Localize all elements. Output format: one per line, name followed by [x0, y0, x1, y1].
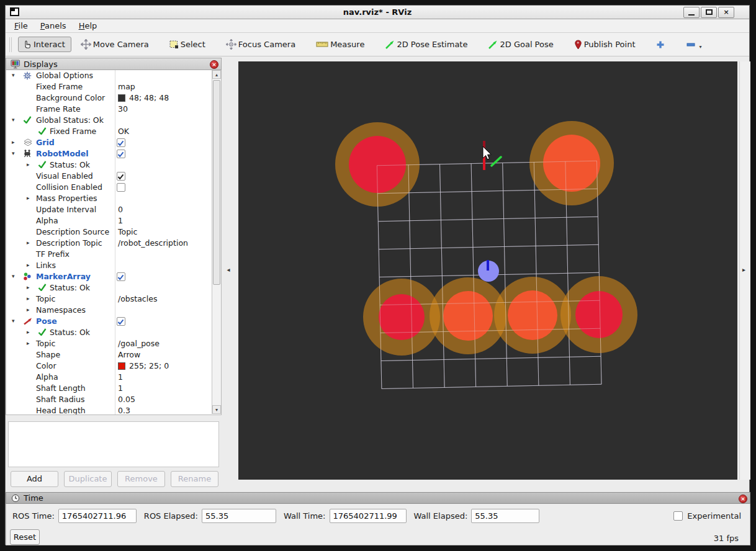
- tree-row-background-color[interactable]: Background Color48; 48; 48: [6, 92, 221, 104]
- tree-row-update-interval[interactable]: Update Interval0: [6, 204, 221, 215]
- select-button[interactable]: Select: [168, 37, 207, 52]
- expander-right-icon[interactable]: ▸: [27, 161, 30, 168]
- displays-icon: [11, 60, 20, 69]
- tree-row-links[interactable]: ▸Links: [6, 260, 221, 271]
- property-checkbox[interactable]: [117, 317, 125, 326]
- remove-button[interactable]: Remove: [117, 471, 165, 487]
- tree-row-topic[interactable]: ▸Topic/goal_pose: [6, 338, 221, 349]
- expander-right-icon[interactable]: ▸: [27, 262, 30, 268]
- expander-down-icon[interactable]: ▾: [12, 72, 15, 78]
- measure-button[interactable]: Measure: [314, 37, 366, 52]
- tree-row-fixed-frame[interactable]: Fixed Framemap: [6, 81, 221, 92]
- collapse-left-arrow-icon[interactable]: ◂: [224, 266, 233, 276]
- expander-right-icon[interactable]: ▸: [27, 307, 30, 313]
- property-checkbox[interactable]: [117, 150, 125, 158]
- tree-row-shaft-radius[interactable]: Shaft Radius0.05: [6, 394, 221, 405]
- 2d-pose-estimate-button[interactable]: 2D Pose Estimate: [383, 37, 469, 52]
- expander-right-icon[interactable]: ▸: [27, 195, 30, 201]
- expander-down-icon[interactable]: ▾: [12, 117, 15, 123]
- tree-row-markerarray[interactable]: ▾MarkerArray: [6, 271, 221, 282]
- property-checkbox[interactable]: [117, 172, 125, 181]
- time-panel-header[interactable]: Time ×: [6, 492, 750, 504]
- expander-right-icon[interactable]: ▸: [27, 329, 30, 335]
- tree-row-status-ok[interactable]: ▸Status: Ok: [6, 159, 221, 171]
- close-button[interactable]: ×: [718, 7, 734, 18]
- tree-row-frame-rate[interactable]: Frame Rate30: [6, 104, 221, 115]
- tree-row-color[interactable]: Color255; 25; 0: [6, 361, 221, 372]
- rename-button[interactable]: Rename: [171, 471, 218, 487]
- tree-row-grid[interactable]: ▸Grid: [6, 137, 221, 148]
- wall-time-input[interactable]: [330, 509, 407, 523]
- property-label: Shape: [36, 350, 60, 359]
- tree-row-global-options[interactable]: ▾Global Options: [6, 70, 221, 81]
- 2d-goal-pose-button[interactable]: 2D Goal Pose: [486, 37, 555, 52]
- focus-camera-button[interactable]: Focus Camera: [224, 37, 297, 52]
- collapse-right-arrow-icon[interactable]: ▸: [742, 266, 745, 273]
- tree-row-global-status-ok[interactable]: ▾Global Status: Ok: [6, 115, 221, 126]
- ros-elapsed-input[interactable]: [202, 509, 276, 523]
- tree-row-description-source[interactable]: Description SourceTopic: [6, 226, 221, 238]
- experimental-checkbox[interactable]: [673, 511, 683, 521]
- tree-row-visual-enabled[interactable]: Visual Enabled: [6, 171, 221, 182]
- property-checkbox[interactable]: [117, 272, 125, 281]
- tree-row-shape[interactable]: ShapeArrow: [6, 349, 221, 361]
- maximize-button[interactable]: [701, 7, 717, 18]
- expander-right-icon[interactable]: ▸: [27, 295, 30, 302]
- scroll-up-icon[interactable]: ▴: [212, 70, 221, 79]
- right-splitter[interactable]: ▸: [739, 61, 750, 480]
- menu-help[interactable]: Help: [79, 21, 97, 30]
- property-checkbox[interactable]: [117, 183, 125, 192]
- expander-right-icon[interactable]: ▸: [27, 240, 30, 246]
- property-label: Visual Enabled: [36, 171, 93, 181]
- move-icon: [81, 39, 91, 50]
- tree-row-topic[interactable]: ▸Topic/obstacles: [6, 293, 221, 305]
- menu-file[interactable]: File: [14, 21, 28, 30]
- tree-row-description-topic[interactable]: ▸Description Topic/robot_description: [6, 238, 221, 249]
- markers-icon: [23, 272, 32, 281]
- duplicate-button[interactable]: Duplicate: [64, 471, 112, 487]
- scrollbar-thumb[interactable]: [213, 80, 220, 285]
- check-icon: [38, 161, 47, 168]
- ros-time-input[interactable]: [58, 509, 137, 523]
- wall-elapsed-input[interactable]: [471, 509, 539, 523]
- tree-row-status-ok[interactable]: ▸Status: Ok: [6, 327, 221, 338]
- tree-scrollbar[interactable]: ▴ ▾: [212, 70, 221, 414]
- displays-close-icon[interactable]: ×: [210, 60, 218, 69]
- tree-row-fixed-frame[interactable]: Fixed FrameOK: [6, 126, 221, 137]
- tree-row-pose[interactable]: ▾Pose: [6, 316, 221, 327]
- plus-button[interactable]: [654, 37, 667, 52]
- 3d-view[interactable]: [238, 61, 737, 480]
- tree-row-head-length[interactable]: Head Length0.3: [6, 405, 221, 415]
- tree-row-collision-enabled[interactable]: Collision Enabled: [6, 182, 221, 193]
- expander-down-icon[interactable]: ▾: [12, 150, 15, 156]
- tree-row-robotmodel[interactable]: ▾RobotModel: [6, 148, 221, 159]
- expander-down-icon[interactable]: ▾: [12, 318, 15, 324]
- expander-right-icon[interactable]: ▸: [12, 139, 15, 145]
- reset-button[interactable]: Reset: [10, 529, 40, 545]
- menu-panels[interactable]: Panels: [40, 21, 66, 30]
- displays-panel-header[interactable]: Displays ×: [6, 58, 222, 70]
- tree-row-namespaces[interactable]: ▸Namespaces: [6, 305, 221, 316]
- publish-point-button[interactable]: Publish Point: [572, 37, 637, 52]
- title-bar[interactable]: nav.rviz* - RViz ×: [6, 6, 749, 19]
- tree-row-shaft-length[interactable]: Shaft Length1: [6, 383, 221, 394]
- tree-row-tf-prefix[interactable]: TF Prefix: [6, 249, 221, 260]
- interact-button[interactable]: Interact: [18, 37, 71, 52]
- time-close-icon[interactable]: ×: [739, 495, 747, 503]
- add-button[interactable]: Add: [11, 471, 58, 487]
- tree-row-status-ok[interactable]: ▸Status: Ok: [6, 282, 221, 293]
- minimize-button[interactable]: [683, 7, 700, 18]
- expander-right-icon[interactable]: ▸: [27, 340, 30, 346]
- expander-right-icon[interactable]: ▸: [27, 284, 30, 290]
- tree-row-alpha[interactable]: Alpha1: [6, 215, 221, 226]
- property-checkbox[interactable]: [117, 138, 125, 147]
- wall-elapsed-label: Wall Elapsed:: [414, 511, 468, 521]
- toolbar-grip-handle[interactable]: [9, 37, 13, 52]
- minus-button[interactable]: ▾: [684, 37, 703, 52]
- scroll-down-icon[interactable]: ▾: [212, 405, 221, 414]
- tree-row-alpha[interactable]: Alpha1: [6, 372, 221, 383]
- tree-row-mass-properties[interactable]: ▸Mass Properties: [6, 193, 221, 204]
- rviz-window: nav.rviz* - RViz × FilePanelsHelp Intera…: [5, 5, 750, 545]
- expander-down-icon[interactable]: ▾: [12, 273, 15, 279]
- move-camera-button[interactable]: Move Camera: [79, 37, 151, 52]
